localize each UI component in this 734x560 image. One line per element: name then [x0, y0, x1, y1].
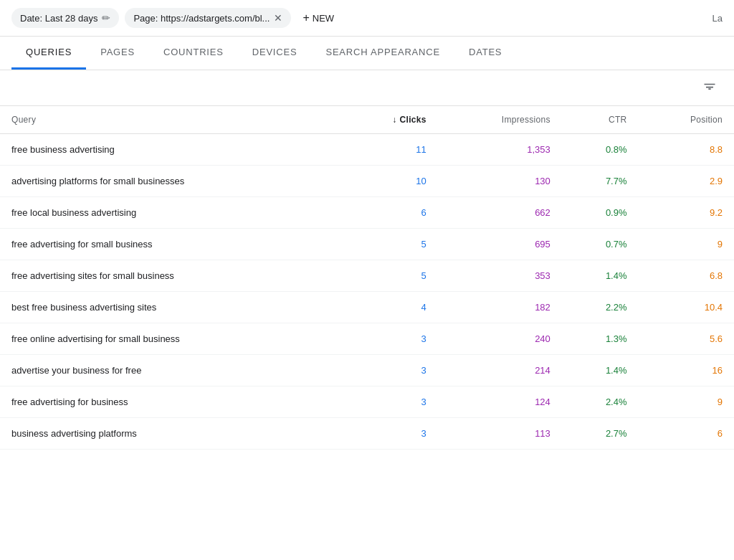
filter-bar: Date: Last 28 days ✏ Page: https://adsta… [0, 0, 734, 37]
cell-ctr: 1.3% [562, 323, 639, 355]
filter-button[interactable] [697, 76, 723, 100]
cell-query: best free business advertising sites [0, 292, 339, 323]
cell-impressions: 353 [438, 260, 562, 292]
cell-query: free local business advertising [0, 197, 339, 229]
sort-arrow-icon: ↓ [392, 115, 396, 125]
col-header-ctr[interactable]: CTR [562, 106, 639, 134]
cell-ctr: 1.4% [562, 260, 639, 292]
cell-query: advertise your business for free [0, 355, 339, 386]
cell-clicks: 6 [339, 197, 438, 229]
cell-clicks: 3 [339, 355, 438, 386]
tab-search-appearance[interactable]: SEARCH APPEARANCE [311, 37, 454, 70]
table-row: advertising platforms for small business… [0, 166, 734, 197]
cell-impressions: 240 [438, 323, 562, 355]
cell-position: 2.9 [639, 166, 734, 197]
cell-query: free business advertising [0, 134, 339, 166]
col-header-query[interactable]: Query [0, 106, 339, 134]
cell-position: 8.8 [639, 134, 734, 166]
col-header-position[interactable]: Position [639, 106, 734, 134]
col-header-clicks[interactable]: ↓Clicks [339, 106, 438, 134]
cell-position: 5.6 [639, 323, 734, 355]
cell-query: free advertising sites for small busines… [0, 260, 339, 292]
tab-pages[interactable]: PAGES [86, 37, 149, 70]
cell-clicks: 5 [339, 229, 438, 260]
tab-devices[interactable]: DEVICES [238, 37, 312, 70]
cell-ctr: 0.7% [562, 229, 639, 260]
col-header-impressions[interactable]: Impressions [438, 106, 562, 134]
cell-impressions: 130 [438, 166, 562, 197]
page-chip-label: Page: https://adstargets.com/bl... [133, 13, 270, 24]
cell-position: 6 [639, 418, 734, 450]
cell-impressions: 182 [438, 292, 562, 323]
data-table: Query ↓Clicks Impressions CTR Position f… [0, 106, 734, 450]
date-chip-label: Date: Last 28 days [20, 13, 97, 24]
tabs-bar: QUERIES PAGES COUNTRIES DEVICES SEARCH A… [0, 37, 734, 70]
edit-icon[interactable]: ✏ [102, 12, 110, 24]
cell-impressions: 113 [438, 418, 562, 450]
cell-clicks: 4 [339, 292, 438, 323]
close-icon[interactable]: ✕ [274, 12, 282, 24]
cell-ctr: 2.4% [562, 386, 639, 418]
cell-clicks: 3 [339, 386, 438, 418]
table-row: free advertising for business31242.4%9 [0, 386, 734, 418]
cell-ctr: 1.4% [562, 355, 639, 386]
table-row: business advertising platforms31132.7%6 [0, 418, 734, 450]
table-header-row: Query ↓Clicks Impressions CTR Position [0, 106, 734, 134]
page-filter-chip[interactable]: Page: https://adstargets.com/bl... ✕ [125, 8, 291, 28]
cell-ctr: 2.7% [562, 418, 639, 450]
language-label: La [712, 13, 723, 24]
cell-ctr: 0.8% [562, 134, 639, 166]
table-row: free business advertising111,3530.8%8.8 [0, 134, 734, 166]
cell-impressions: 695 [438, 229, 562, 260]
cell-position: 10.4 [639, 292, 734, 323]
filter-list-icon [702, 79, 717, 93]
cell-position: 9.2 [639, 197, 734, 229]
tab-countries[interactable]: COUNTRIES [149, 37, 238, 70]
cell-clicks: 3 [339, 323, 438, 355]
cell-position: 9 [639, 386, 734, 418]
cell-query: business advertising platforms [0, 418, 339, 450]
date-filter-chip[interactable]: Date: Last 28 days ✏ [11, 8, 119, 28]
table-row: free local business advertising66620.9%9… [0, 197, 734, 229]
cell-ctr: 7.7% [562, 166, 639, 197]
tab-dates[interactable]: DATES [454, 37, 516, 70]
cell-clicks: 3 [339, 418, 438, 450]
cell-impressions: 124 [438, 386, 562, 418]
cell-impressions: 1,353 [438, 134, 562, 166]
plus-icon: + [302, 11, 309, 24]
cell-impressions: 662 [438, 197, 562, 229]
cell-ctr: 2.2% [562, 292, 639, 323]
new-button[interactable]: + NEW [297, 7, 340, 29]
table-row: advertise your business for free32141.4%… [0, 355, 734, 386]
table-row: free online advertising for small busine… [0, 323, 734, 355]
cell-query: free advertising for business [0, 386, 339, 418]
cell-clicks: 10 [339, 166, 438, 197]
cell-ctr: 0.9% [562, 197, 639, 229]
table-row: free advertising sites for small busines… [0, 260, 734, 292]
cell-clicks: 11 [339, 134, 438, 166]
cell-position: 6.8 [639, 260, 734, 292]
tab-queries[interactable]: QUERIES [11, 37, 86, 70]
cell-query: advertising platforms for small business… [0, 166, 339, 197]
table-row: best free business advertising sites4182… [0, 292, 734, 323]
cell-query: free online advertising for small busine… [0, 323, 339, 355]
table-row: free advertising for small business56950… [0, 229, 734, 260]
cell-position: 9 [639, 229, 734, 260]
cell-clicks: 5 [339, 260, 438, 292]
cell-position: 16 [639, 355, 734, 386]
cell-impressions: 214 [438, 355, 562, 386]
new-button-label: NEW [313, 13, 334, 24]
toolbar-row [0, 70, 734, 106]
cell-query: free advertising for small business [0, 229, 339, 260]
